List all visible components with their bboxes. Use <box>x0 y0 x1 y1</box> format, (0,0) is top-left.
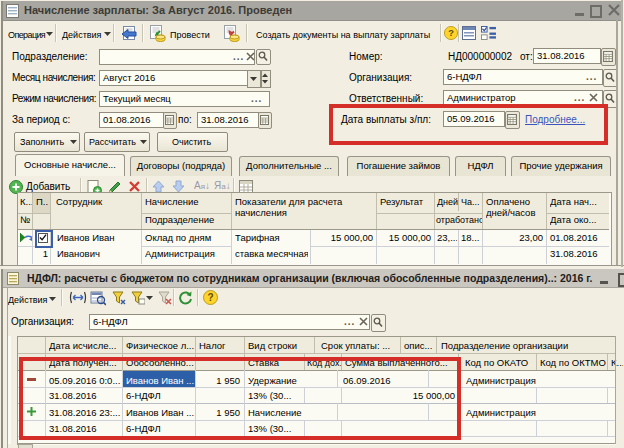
svg-text:?: ? <box>207 292 213 303</box>
svg-text:?: ? <box>448 28 454 38</box>
